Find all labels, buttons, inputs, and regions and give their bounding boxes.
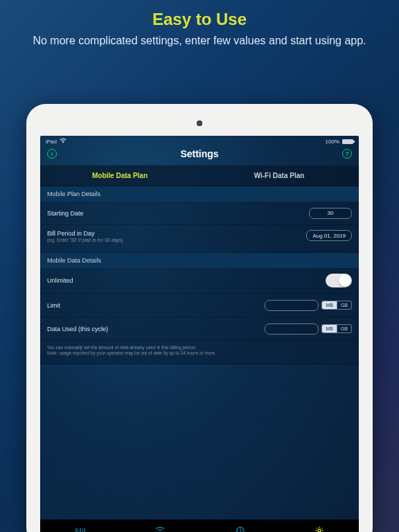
limit-unit-selector[interactable]: MB GB — [321, 301, 352, 310]
row-bill-period: Bill Period in Day (eg. Enter '30' if pl… — [40, 225, 359, 253]
device-label: iPad — [46, 139, 57, 145]
battery-icon — [342, 139, 353, 144]
bill-period-value[interactable]: Aug 01, 2019 — [306, 230, 352, 241]
tab-mobile-plan[interactable]: Mobile Data Plan — [40, 166, 200, 186]
wifi-icon — [155, 526, 165, 533]
info-icon[interactable]: i — [47, 149, 57, 159]
promo-subtitle: No more complicated settings, enter few … — [28, 33, 371, 48]
bill-period-label: Bill Period in Day (eg. Enter '30' if pl… — [47, 230, 123, 242]
row-limit: Limit MB GB — [40, 294, 359, 317]
limit-unit-gb[interactable]: GB — [337, 301, 351, 309]
app-store-screenshot: Easy to Use No more complicated settings… — [0, 0, 399, 532]
data-used-label: Data Used (this cycle) — [47, 326, 108, 332]
ipad-frame: iPad 100% i Settings ? Mobi — [26, 104, 373, 532]
section-mobile-data-details: Mobile Data Details — [40, 253, 359, 268]
page-title: Settings — [180, 148, 218, 159]
nav-history[interactable]: History — [200, 520, 279, 532]
bill-period-sublabel: (eg. Enter '30' if plan is for 30 days) — [47, 238, 123, 242]
data-used-input[interactable] — [265, 323, 319, 335]
data-used-unit-mb[interactable]: MB — [322, 325, 337, 332]
row-unlimited: Unlimited — [40, 268, 359, 294]
limit-label: Limit — [47, 302, 60, 309]
tab-wifi-plan[interactable]: Wi-Fi Data Plan — [200, 166, 359, 186]
help-icon[interactable]: ? — [342, 149, 352, 159]
unlimited-toggle[interactable] — [326, 274, 352, 287]
section-mobile-plan-details: Mobile Plan Details — [40, 186, 359, 202]
promo-text: Easy to Use No more complicated settings… — [0, 0, 399, 55]
nav-cellular[interactable]: Cellular — [40, 520, 120, 532]
title-bar: i Settings ? — [40, 147, 359, 165]
starting-date-value[interactable]: 30 — [309, 208, 352, 219]
data-used-footnote: You can manually set the amount of data … — [40, 341, 359, 364]
data-used-unit-selector[interactable]: MB GB — [321, 324, 352, 333]
starting-date-label: Starting Date — [47, 210, 84, 217]
svg-point-0 — [62, 141, 63, 142]
nav-wifi[interactable]: Wi-Fi — [120, 520, 200, 532]
plan-tabs: Mobile Data Plan Wi-Fi Data Plan — [40, 165, 359, 186]
battery-percent: 100% — [326, 139, 339, 145]
history-icon — [235, 526, 245, 533]
bottom-nav: Cellular Wi-Fi — [40, 520, 359, 532]
gear-icon — [314, 526, 324, 533]
promo-title: Easy to Use — [28, 10, 371, 29]
unlimited-label: Unlimited — [47, 277, 73, 284]
limit-input[interactable] — [265, 300, 319, 311]
svg-point-3 — [318, 529, 321, 532]
wifi-status-icon — [60, 138, 66, 145]
camera-dot — [197, 121, 202, 126]
nav-settings[interactable]: Settings — [279, 520, 359, 532]
row-data-used: Data Used (this cycle) MB GB — [40, 317, 359, 341]
row-starting-date: Starting Date 30 — [40, 202, 359, 225]
app-screen: iPad 100% i Settings ? Mobi — [40, 136, 359, 532]
cellular-icon — [76, 526, 85, 533]
data-used-unit-gb[interactable]: GB — [337, 325, 351, 332]
status-bar: iPad 100% — [40, 136, 359, 147]
limit-unit-mb[interactable]: MB — [322, 301, 337, 309]
